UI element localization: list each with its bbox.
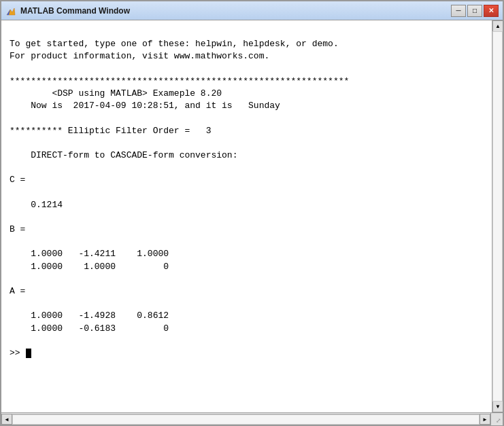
b-row2: 1.0000 1.0000 0 — [10, 262, 169, 272]
a-label: A = — [10, 286, 25, 296]
a-row2: 1.0000 -0.6183 0 — [10, 323, 169, 334]
example-title: <DSP using MATLAB> Exameple 8.20 — [10, 88, 222, 99]
resize-grip[interactable]: ⤢ — [490, 413, 503, 425]
h-scroll-track[interactable] — [12, 414, 480, 425]
scroll-left-button[interactable]: ◄ — [1, 414, 12, 425]
scroll-track[interactable] — [492, 31, 503, 402]
c-value: 0.1214 — [10, 200, 63, 210]
horizontal-scrollbar[interactable]: ◄ ► — [1, 414, 490, 425]
window-controls: ─ □ ✕ — [451, 5, 499, 17]
bottom-bar: ◄ ► ⤢ — [1, 412, 503, 425]
b-label: B = — [10, 224, 25, 234]
intro-line2: For product information, visit www.mathw… — [10, 51, 269, 61]
window-title: MATLAB Command Window — [20, 6, 451, 16]
conversion: DIRECT-form to CASCADE-form conversion: — [10, 150, 237, 160]
matlab-window: MATLAB Command Window ─ □ ✕ To get start… — [0, 0, 504, 426]
scroll-right-button[interactable]: ► — [480, 414, 490, 425]
maximize-button[interactable]: □ — [467, 5, 482, 17]
minimize-button[interactable]: ─ — [451, 5, 466, 17]
matlab-icon — [5, 5, 16, 16]
datetime-line: Now is 2017-04-09 10:28:51, and it is Su… — [10, 101, 280, 111]
prompt-text: >> — [10, 347, 25, 359]
terminal-output[interactable]: To get started, type one of these: helpw… — [1, 20, 492, 412]
main-layout: To get started, type one of these: helpw… — [1, 20, 503, 412]
prompt-line: >> — [10, 347, 484, 359]
cursor — [26, 349, 31, 358]
vertical-scrollbar[interactable]: ▲ ▼ — [492, 20, 503, 412]
intro-line1: To get started, type one of these: helpw… — [10, 39, 339, 49]
a-row1: 1.0000 -1.4928 0.8612 — [10, 310, 169, 321]
c-label: C = — [10, 175, 25, 185]
separator: ****************************************… — [10, 76, 349, 86]
close-button[interactable]: ✕ — [484, 5, 499, 17]
title-bar: MATLAB Command Window ─ □ ✕ — [1, 1, 503, 20]
scroll-up-button[interactable]: ▲ — [492, 20, 503, 31]
filter-order: ********** Elliptic Filter Order = 3 — [10, 126, 211, 136]
b-row1: 1.0000 -1.4211 1.0000 — [10, 249, 169, 259]
scroll-down-button[interactable]: ▼ — [492, 402, 503, 412]
